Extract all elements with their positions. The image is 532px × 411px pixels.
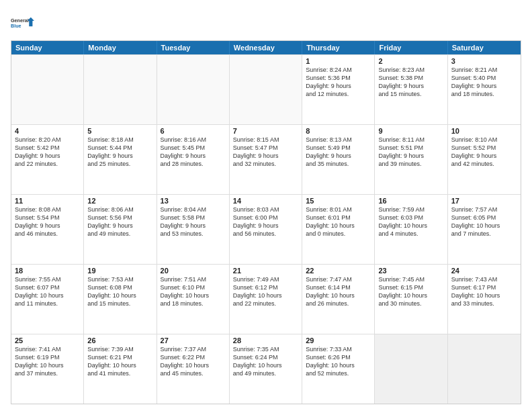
- cal-cell-week1-day0: [11, 55, 84, 124]
- day-number: 1: [306, 57, 371, 65]
- day-info: Sunrise: 8:24 AM Sunset: 5:36 PM Dayligh…: [306, 66, 371, 99]
- calendar-week-3: 11Sunrise: 8:08 AM Sunset: 5:54 PM Dayli…: [11, 194, 521, 264]
- cal-cell-week3-day2: 13Sunrise: 8:04 AM Sunset: 5:58 PM Dayli…: [157, 195, 230, 264]
- day-number: 20: [161, 267, 226, 275]
- cal-cell-week5-day3: 28Sunrise: 7:35 AM Sunset: 6:24 PM Dayli…: [230, 334, 302, 404]
- day-number: 9: [378, 127, 443, 135]
- cal-cell-week2-day3: 7Sunrise: 8:15 AM Sunset: 5:47 PM Daylig…: [230, 125, 302, 194]
- day-info: Sunrise: 8:21 AM Sunset: 5:40 PM Dayligh…: [451, 66, 517, 99]
- day-info: Sunrise: 7:33 AM Sunset: 6:26 PM Dayligh…: [306, 345, 371, 378]
- cal-cell-week4-day5: 23Sunrise: 7:45 AM Sunset: 6:15 PM Dayli…: [375, 265, 447, 334]
- cal-cell-week4-day1: 19Sunrise: 7:53 AM Sunset: 6:08 PM Dayli…: [84, 265, 157, 334]
- cal-cell-week1-day5: 2Sunrise: 8:23 AM Sunset: 5:38 PM Daylig…: [375, 55, 447, 124]
- day-number: 24: [451, 267, 517, 275]
- cal-header-cell-thursday: Thursday: [302, 41, 375, 54]
- day-number: 4: [15, 127, 80, 135]
- cal-cell-week3-day0: 11Sunrise: 8:08 AM Sunset: 5:54 PM Dayli…: [11, 195, 84, 264]
- day-number: 27: [161, 336, 226, 345]
- cal-cell-week5-day4: 29Sunrise: 7:33 AM Sunset: 6:26 PM Dayli…: [302, 334, 375, 404]
- cal-cell-week2-day1: 5Sunrise: 8:18 AM Sunset: 5:44 PM Daylig…: [84, 125, 157, 194]
- header: General Blue: [11, 11, 521, 35]
- cal-cell-week2-day2: 6Sunrise: 8:16 AM Sunset: 5:45 PM Daylig…: [157, 125, 230, 194]
- cal-cell-week3-day3: 14Sunrise: 8:03 AM Sunset: 6:00 PM Dayli…: [230, 195, 302, 264]
- day-number: 7: [233, 127, 298, 135]
- cal-cell-week4-day4: 22Sunrise: 7:47 AM Sunset: 6:14 PM Dayli…: [302, 265, 375, 334]
- cal-header-cell-sunday: Sunday: [11, 41, 84, 54]
- cal-cell-week2-day4: 8Sunrise: 8:13 AM Sunset: 5:49 PM Daylig…: [302, 125, 375, 194]
- cal-cell-week4-day0: 18Sunrise: 7:55 AM Sunset: 6:07 PM Dayli…: [11, 265, 84, 334]
- day-info: Sunrise: 8:20 AM Sunset: 5:42 PM Dayligh…: [15, 136, 80, 169]
- calendar-body: 1Sunrise: 8:24 AM Sunset: 5:36 PM Daylig…: [11, 54, 521, 404]
- cal-cell-week5-day5: [375, 334, 447, 404]
- day-info: Sunrise: 8:03 AM Sunset: 6:00 PM Dayligh…: [233, 205, 298, 238]
- cal-header-cell-tuesday: Tuesday: [157, 41, 230, 54]
- svg-text:General: General: [11, 17, 29, 24]
- day-number: 21: [233, 267, 298, 275]
- day-info: Sunrise: 7:35 AM Sunset: 6:24 PM Dayligh…: [233, 345, 298, 378]
- cal-cell-week2-day0: 4Sunrise: 8:20 AM Sunset: 5:42 PM Daylig…: [11, 125, 84, 194]
- day-info: Sunrise: 7:37 AM Sunset: 6:22 PM Dayligh…: [161, 345, 226, 378]
- day-info: Sunrise: 7:47 AM Sunset: 6:14 PM Dayligh…: [306, 275, 371, 308]
- cal-cell-week3-day5: 16Sunrise: 7:59 AM Sunset: 6:03 PM Dayli…: [375, 195, 447, 264]
- cal-cell-week1-day1: [84, 55, 157, 124]
- day-number: 3: [451, 57, 517, 65]
- day-info: Sunrise: 8:06 AM Sunset: 5:56 PM Dayligh…: [87, 205, 152, 238]
- day-info: Sunrise: 8:11 AM Sunset: 5:51 PM Dayligh…: [378, 136, 443, 169]
- cal-cell-week3-day6: 17Sunrise: 7:57 AM Sunset: 6:05 PM Dayli…: [448, 195, 521, 264]
- cal-cell-week1-day2: [157, 55, 230, 124]
- day-number: 12: [87, 197, 152, 205]
- cal-cell-week5-day1: 26Sunrise: 7:39 AM Sunset: 6:21 PM Dayli…: [84, 334, 157, 404]
- logo-svg: General Blue: [11, 11, 35, 35]
- day-info: Sunrise: 8:08 AM Sunset: 5:54 PM Dayligh…: [15, 205, 80, 238]
- day-number: 5: [87, 127, 152, 135]
- day-info: Sunrise: 8:04 AM Sunset: 5:58 PM Dayligh…: [161, 205, 226, 238]
- day-info: Sunrise: 7:55 AM Sunset: 6:07 PM Dayligh…: [15, 275, 80, 308]
- day-info: Sunrise: 7:43 AM Sunset: 6:17 PM Dayligh…: [451, 275, 517, 308]
- calendar-week-5: 25Sunrise: 7:41 AM Sunset: 6:19 PM Dayli…: [11, 334, 521, 404]
- day-info: Sunrise: 8:15 AM Sunset: 5:47 PM Dayligh…: [233, 136, 298, 169]
- day-info: Sunrise: 7:59 AM Sunset: 6:03 PM Dayligh…: [378, 205, 443, 238]
- day-info: Sunrise: 7:45 AM Sunset: 6:15 PM Dayligh…: [378, 275, 443, 308]
- cal-cell-week5-day0: 25Sunrise: 7:41 AM Sunset: 6:19 PM Dayli…: [11, 334, 84, 404]
- calendar-header-row: SundayMondayTuesdayWednesdayThursdayFrid…: [11, 41, 521, 54]
- cal-cell-week5-day2: 27Sunrise: 7:37 AM Sunset: 6:22 PM Dayli…: [157, 334, 230, 404]
- cal-cell-week5-day6: [448, 334, 521, 404]
- day-number: 8: [306, 127, 371, 135]
- day-number: 16: [378, 197, 443, 205]
- day-number: 2: [378, 57, 443, 65]
- calendar: SundayMondayTuesdayWednesdayThursdayFrid…: [11, 40, 521, 404]
- day-info: Sunrise: 7:49 AM Sunset: 6:12 PM Dayligh…: [233, 275, 298, 308]
- day-number: 13: [161, 197, 226, 205]
- day-number: 23: [378, 267, 443, 275]
- svg-text:Blue: Blue: [11, 23, 21, 29]
- calendar-week-2: 4Sunrise: 8:20 AM Sunset: 5:42 PM Daylig…: [11, 124, 521, 194]
- day-number: 19: [87, 267, 152, 275]
- day-number: 17: [451, 197, 517, 205]
- day-number: 14: [233, 197, 298, 205]
- cal-header-cell-saturday: Saturday: [448, 41, 521, 54]
- day-info: Sunrise: 7:51 AM Sunset: 6:10 PM Dayligh…: [161, 275, 226, 308]
- cal-cell-week1-day4: 1Sunrise: 8:24 AM Sunset: 5:36 PM Daylig…: [302, 55, 375, 124]
- cal-cell-week3-day4: 15Sunrise: 8:01 AM Sunset: 6:01 PM Dayli…: [302, 195, 375, 264]
- day-info: Sunrise: 7:53 AM Sunset: 6:08 PM Dayligh…: [87, 275, 152, 308]
- day-info: Sunrise: 8:01 AM Sunset: 6:01 PM Dayligh…: [306, 205, 371, 238]
- day-number: 28: [233, 336, 298, 345]
- day-info: Sunrise: 7:57 AM Sunset: 6:05 PM Dayligh…: [451, 205, 517, 238]
- cal-cell-week4-day3: 21Sunrise: 7:49 AM Sunset: 6:12 PM Dayli…: [230, 265, 302, 334]
- day-info: Sunrise: 7:39 AM Sunset: 6:21 PM Dayligh…: [87, 345, 152, 378]
- day-info: Sunrise: 8:23 AM Sunset: 5:38 PM Dayligh…: [378, 66, 443, 99]
- day-number: 26: [87, 336, 152, 345]
- day-number: 6: [161, 127, 226, 135]
- cal-cell-week2-day6: 10Sunrise: 8:10 AM Sunset: 5:52 PM Dayli…: [448, 125, 521, 194]
- day-info: Sunrise: 8:16 AM Sunset: 5:45 PM Dayligh…: [161, 136, 226, 169]
- page: General Blue SundayMondayTuesdayWednesda…: [0, 0, 532, 411]
- cal-header-cell-monday: Monday: [84, 41, 157, 54]
- cal-header-cell-friday: Friday: [375, 41, 447, 54]
- cal-cell-week4-day2: 20Sunrise: 7:51 AM Sunset: 6:10 PM Dayli…: [157, 265, 230, 334]
- cal-cell-week4-day6: 24Sunrise: 7:43 AM Sunset: 6:17 PM Dayli…: [448, 265, 521, 334]
- cal-cell-week3-day1: 12Sunrise: 8:06 AM Sunset: 5:56 PM Dayli…: [84, 195, 157, 264]
- day-number: 29: [306, 336, 371, 345]
- day-number: 15: [306, 197, 371, 205]
- day-number: 25: [15, 336, 80, 345]
- day-info: Sunrise: 8:10 AM Sunset: 5:52 PM Dayligh…: [451, 136, 517, 169]
